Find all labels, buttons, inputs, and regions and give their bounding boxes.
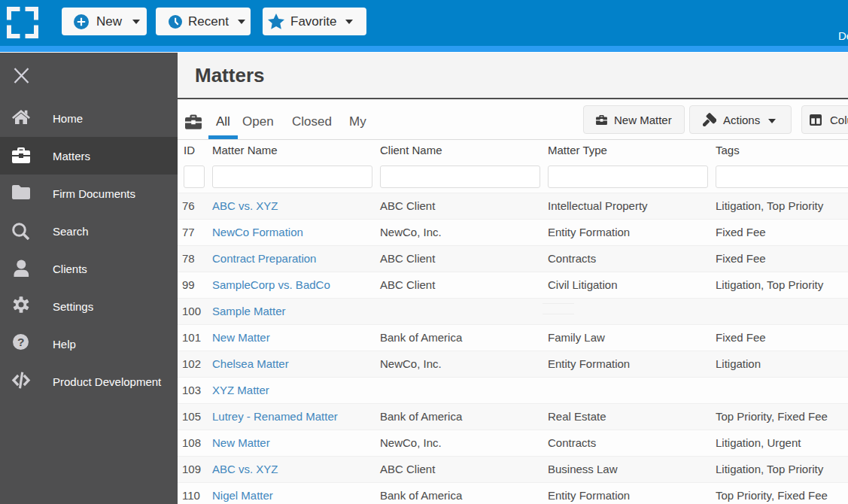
svg-text:?: ? (17, 335, 24, 348)
